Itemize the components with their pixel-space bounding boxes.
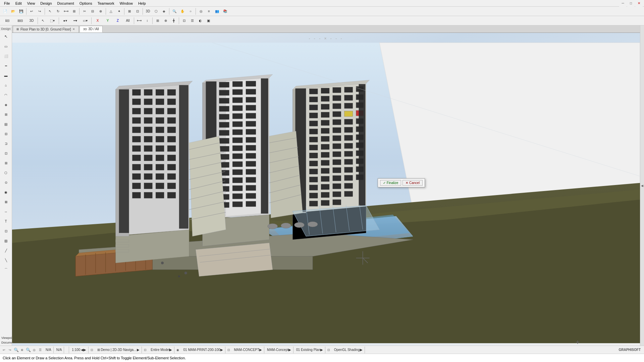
face-button[interactable]: ▭▾ bbox=[80, 17, 90, 24]
menu-help[interactable]: Help bbox=[136, 1, 149, 6]
menu-options[interactable]: Options bbox=[77, 1, 95, 6]
save-button[interactable]: 💾 bbox=[17, 8, 25, 15]
roof-tool-btn[interactable]: ⌂ bbox=[1, 80, 11, 90]
view-arrow[interactable]: ▶ bbox=[137, 348, 140, 352]
undo-status-btn[interactable]: ↩ bbox=[1, 347, 7, 353]
column-tool-btn[interactable]: ⬜ bbox=[1, 51, 11, 61]
text-tool-btn[interactable]: T bbox=[1, 217, 11, 226]
redo-status-btn[interactable]: ↪ bbox=[7, 347, 13, 353]
model-filter-arrow[interactable]: ▶ bbox=[169, 348, 172, 352]
slab-tool-btn[interactable]: ▬ bbox=[1, 71, 11, 80]
arc-tool-btn[interactable]: ⌒ bbox=[1, 265, 11, 275]
section-button[interactable]: ⊠ bbox=[126, 8, 133, 15]
plan-type-btn[interactable]: ⊡ bbox=[326, 347, 331, 353]
zoom-fit-status-btn[interactable]: ⊕ bbox=[19, 347, 25, 353]
railing-tool-btn[interactable]: ⊟ bbox=[1, 129, 11, 138]
window-tool-btn[interactable]: ⊡ bbox=[1, 148, 11, 158]
dimension-tool-btn[interactable]: ↔ bbox=[1, 207, 11, 216]
close-button[interactable]: ✕ bbox=[635, 0, 643, 7]
menu-document[interactable]: Document bbox=[55, 1, 77, 6]
cancel-button[interactable]: ✕ Cancel bbox=[402, 180, 423, 186]
fill-tool-btn[interactable]: ▨ bbox=[1, 236, 11, 245]
layer-settings-btn[interactable]: ☰ bbox=[38, 347, 43, 353]
solid-ops-button[interactable]: ⬡ bbox=[152, 8, 160, 15]
stair-tool-btn[interactable]: ▤ bbox=[1, 119, 11, 129]
building-material-arrow[interactable]: ▶ bbox=[288, 348, 291, 352]
renovation-arrow[interactable]: ▶ bbox=[259, 348, 262, 352]
tab-floor-plan[interactable]: ⊞ Floor Plan to 3D [0. Ground Floor] ✕ bbox=[13, 26, 79, 33]
zoom-in-tb-button[interactable]: 🔍 bbox=[171, 8, 178, 15]
orbit-button[interactable]: ○ bbox=[187, 8, 194, 15]
curtain-wall-tool-btn[interactable]: ⊞ bbox=[1, 158, 11, 168]
zone-tool-btn[interactable]: ⊠ bbox=[1, 197, 11, 206]
flip-horizontal[interactable]: ⟷ bbox=[136, 17, 143, 24]
split-button[interactable]: ⊟ bbox=[89, 8, 96, 15]
shell-tool-btn[interactable]: ◠ bbox=[1, 90, 11, 100]
rendering-arrow[interactable]: ▶ bbox=[360, 348, 363, 352]
beam-tool-btn[interactable]: ━ bbox=[1, 61, 11, 70]
snap-button[interactable]: ⊕ bbox=[162, 17, 169, 24]
morph-tool-btn[interactable]: ◈ bbox=[1, 100, 11, 109]
light-tool-btn[interactable]: ⊙ bbox=[1, 178, 11, 187]
tab-3d-all[interactable]: 3D 3D / All bbox=[79, 26, 103, 33]
zoom-out-status-btn[interactable]: 🔍 bbox=[13, 347, 19, 353]
menu-edit[interactable]: Edit bbox=[13, 1, 24, 6]
scale-arrow-right[interactable]: ▶ bbox=[84, 348, 86, 352]
camera-tool-btn[interactable]: ◉ bbox=[1, 187, 11, 197]
3d-window-button[interactable]: 3D bbox=[27, 17, 36, 24]
door-tool-btn[interactable]: ⊐ bbox=[1, 139, 11, 148]
organizer-button[interactable]: ≡ bbox=[205, 8, 213, 15]
3d-viewport[interactable]: - - - × - - - bbox=[12, 33, 640, 346]
3d-document-button[interactable]: 3D bbox=[144, 8, 152, 15]
axis-y[interactable]: Y bbox=[103, 17, 112, 24]
offset-button[interactable]: ⊞ bbox=[70, 8, 78, 15]
pointer-tool[interactable]: ↖ bbox=[39, 17, 47, 24]
model-filter-btn[interactable]: ◉ bbox=[175, 347, 180, 353]
minimize-button[interactable]: ─ bbox=[619, 0, 627, 7]
magic-wand-button[interactable]: ✦ bbox=[115, 8, 123, 15]
toolbox-button[interactable]: ⊞⊟ bbox=[14, 17, 26, 24]
pan-button[interactable]: ✋ bbox=[179, 8, 186, 15]
menu-design[interactable]: Design bbox=[38, 1, 54, 6]
finalize-button[interactable]: ✓ Finalize bbox=[380, 180, 401, 186]
morph-button[interactable]: ◈ bbox=[160, 8, 168, 15]
node-button[interactable]: ●▾ bbox=[60, 17, 70, 24]
document-tab[interactable]: Docume... bbox=[0, 340, 12, 345]
axis-z[interactable]: Z bbox=[113, 17, 122, 24]
arrow-tool-btn[interactable]: ↖ bbox=[1, 32, 11, 41]
view-settings-btn[interactable]: ⊡ bbox=[143, 347, 148, 353]
menu-teamwork[interactable]: Teamwork bbox=[95, 1, 117, 6]
layer-arrow[interactable]: ▶ bbox=[220, 348, 223, 352]
axis-x[interactable]: X bbox=[93, 17, 102, 24]
group-tool[interactable]: ⊞ bbox=[154, 17, 161, 24]
scale-settings-btn[interactable]: ⊡ bbox=[89, 347, 95, 353]
wall-tool-btn[interactable]: ▭ bbox=[1, 42, 11, 51]
rotate-button[interactable]: ↻ bbox=[54, 8, 62, 15]
edge-button[interactable]: ━▾ bbox=[70, 17, 80, 24]
redo-button[interactable]: ↪ bbox=[36, 8, 43, 15]
scale-arrow-left[interactable]: ◀ bbox=[81, 348, 84, 352]
teamwork-button[interactable]: 👥 bbox=[213, 8, 221, 15]
ghost-story-btn[interactable]: ◎ bbox=[32, 347, 37, 353]
elevation-button[interactable]: ⊡ bbox=[134, 8, 141, 15]
model-view[interactable]: ▣ bbox=[205, 17, 212, 24]
menu-view[interactable]: View bbox=[24, 1, 38, 6]
open-button[interactable]: 📂 bbox=[9, 8, 17, 15]
renovation-filter[interactable]: ◐ bbox=[197, 17, 204, 24]
new-button[interactable]: 📄 bbox=[1, 8, 9, 15]
info-box-button[interactable]: ℹ⊟ bbox=[1, 17, 13, 24]
arrow-select-button[interactable]: ↖ bbox=[46, 8, 54, 15]
undo-button[interactable]: ↩ bbox=[28, 8, 35, 15]
polyline-tool-btn[interactable]: ╲ bbox=[1, 255, 11, 265]
floor-plan-tab-close[interactable]: ✕ bbox=[72, 27, 75, 31]
right-sidebar-toggle[interactable]: ◀ bbox=[640, 25, 644, 346]
object-tool-btn[interactable]: ⬡ bbox=[1, 168, 11, 177]
menu-window[interactable]: Window bbox=[117, 1, 136, 6]
layer-btn[interactable]: ⊡ bbox=[226, 347, 231, 353]
flip-vertical[interactable]: ↕ bbox=[144, 17, 151, 24]
mesh-tool-btn[interactable]: ⊞ bbox=[1, 110, 11, 119]
library-button[interactable]: 📚 bbox=[221, 8, 229, 15]
navigator-button[interactable]: ◎ bbox=[197, 8, 205, 15]
viewport-tab[interactable]: Viewpoi... bbox=[0, 336, 12, 340]
axis-all[interactable]: All bbox=[123, 17, 132, 24]
